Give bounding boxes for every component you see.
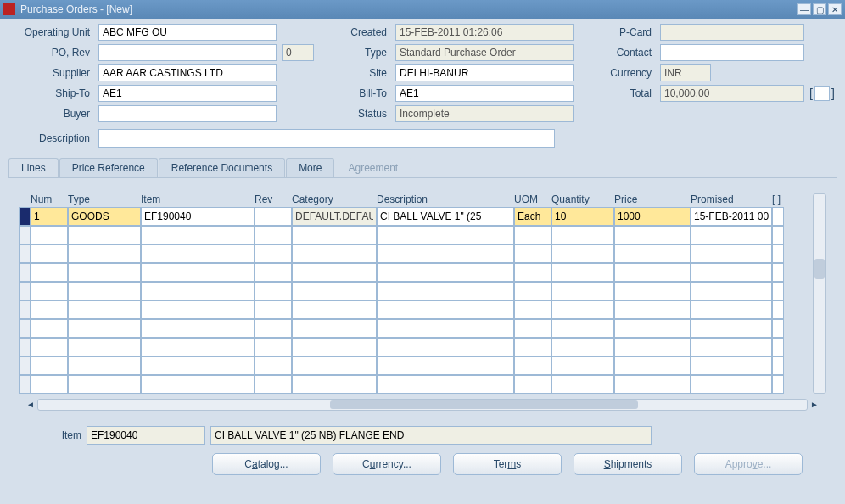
cell-empty[interactable] (691, 375, 772, 394)
row-selector[interactable] (19, 338, 31, 356)
cell-empty[interactable] (292, 338, 377, 356)
cell-empty[interactable] (551, 375, 614, 394)
cell-empty[interactable] (141, 244, 255, 263)
cell-empty[interactable] (377, 356, 514, 375)
cell-empty[interactable] (614, 338, 691, 356)
cell-empty[interactable] (255, 375, 292, 394)
cell-empty[interactable] (377, 226, 514, 244)
cell-empty[interactable] (551, 226, 614, 244)
cell-empty[interactable] (514, 319, 551, 338)
cell-empty[interactable] (691, 282, 772, 300)
scroll-left-icon[interactable]: ◄ (25, 400, 36, 410)
cell-empty[interactable] (691, 244, 772, 263)
horizontal-scrollbar[interactable]: ◄ ► (37, 399, 808, 411)
cell-empty[interactable] (377, 375, 514, 394)
cell-empty[interactable] (255, 300, 292, 319)
cell-empty[interactable] (377, 300, 514, 319)
cell-empty[interactable] (514, 244, 551, 263)
cell-empty[interactable] (551, 263, 614, 282)
cell-empty[interactable] (68, 375, 141, 394)
cell-empty[interactable] (614, 319, 691, 338)
cell-empty[interactable] (514, 226, 551, 244)
cell-empty[interactable] (31, 263, 68, 282)
cell-empty[interactable] (514, 338, 551, 356)
po-field[interactable] (98, 44, 277, 61)
cell-empty[interactable] (68, 300, 141, 319)
vertical-scrollbar[interactable] (813, 193, 826, 394)
cell-empty[interactable] (141, 319, 255, 338)
tab-reference-documents[interactable]: Reference Documents (159, 158, 285, 177)
cell-empty[interactable] (68, 226, 141, 244)
cell-empty[interactable] (292, 319, 377, 338)
row-selector[interactable] (19, 319, 31, 338)
cell-empty[interactable] (255, 338, 292, 356)
cell-empty[interactable] (31, 282, 68, 300)
cell-empty[interactable] (377, 338, 514, 356)
cell-empty[interactable] (31, 300, 68, 319)
cell-flag[interactable] (772, 263, 784, 282)
terms-button[interactable]: Terms (453, 453, 562, 475)
operating-unit-field[interactable] (98, 24, 277, 41)
cell-empty[interactable] (377, 263, 514, 282)
cell-empty[interactable] (614, 263, 691, 282)
cell-empty[interactable] (551, 319, 614, 338)
cell-empty[interactable] (255, 263, 292, 282)
cell-empty[interactable] (614, 244, 691, 263)
cell-empty[interactable] (551, 338, 614, 356)
cell-empty[interactable] (292, 282, 377, 300)
cell-empty[interactable] (377, 282, 514, 300)
cell-flag[interactable] (772, 338, 784, 356)
cell-empty[interactable] (614, 282, 691, 300)
cell-empty[interactable] (691, 300, 772, 319)
cell-flag[interactable] (772, 356, 784, 375)
scroll-right-icon[interactable]: ► (809, 400, 820, 410)
total-check[interactable] (814, 86, 830, 101)
cell-empty[interactable] (31, 226, 68, 244)
cell-empty[interactable] (31, 244, 68, 263)
cell-empty[interactable] (691, 338, 772, 356)
row-selector[interactable] (19, 300, 31, 319)
cell-empty[interactable] (68, 244, 141, 263)
cell-empty[interactable] (551, 356, 614, 375)
row-selector[interactable] (19, 282, 31, 300)
ship-to-field[interactable] (98, 85, 277, 102)
currency-button[interactable]: Currency... (333, 453, 441, 475)
cell-empty[interactable] (377, 319, 514, 338)
cell-empty[interactable] (292, 300, 377, 319)
cell-empty[interactable] (255, 319, 292, 338)
cell-empty[interactable] (514, 300, 551, 319)
cell-num[interactable] (31, 207, 68, 226)
description-field[interactable] (98, 129, 555, 148)
cell-flag[interactable] (772, 207, 784, 226)
cell-empty[interactable] (514, 263, 551, 282)
row-selector[interactable] (19, 226, 31, 244)
cell-empty[interactable] (255, 226, 292, 244)
cell-empty[interactable] (614, 375, 691, 394)
cell-empty[interactable] (514, 356, 551, 375)
cell-rev[interactable] (255, 207, 292, 226)
buyer-field[interactable] (98, 105, 277, 122)
cell-quantity[interactable] (551, 207, 614, 226)
cell-empty[interactable] (141, 263, 255, 282)
cell-empty[interactable] (68, 319, 141, 338)
cell-empty[interactable] (141, 375, 255, 394)
cell-empty[interactable] (141, 282, 255, 300)
tab-lines[interactable]: Lines (8, 158, 59, 177)
cell-type[interactable] (68, 207, 141, 226)
cell-empty[interactable] (68, 338, 141, 356)
cell-empty[interactable] (551, 282, 614, 300)
cell-item[interactable] (141, 207, 255, 226)
cell-empty[interactable] (292, 375, 377, 394)
cell-empty[interactable] (31, 319, 68, 338)
cell-empty[interactable] (255, 282, 292, 300)
cell-empty[interactable] (31, 356, 68, 375)
row-selector[interactable] (19, 375, 31, 394)
cell-empty[interactable] (514, 375, 551, 394)
cell-empty[interactable] (551, 300, 614, 319)
cell-empty[interactable] (614, 226, 691, 244)
cell-flag[interactable] (772, 300, 784, 319)
cell-empty[interactable] (141, 300, 255, 319)
supplier-field[interactable] (98, 64, 277, 81)
cell-empty[interactable] (68, 263, 141, 282)
cell-empty[interactable] (292, 356, 377, 375)
